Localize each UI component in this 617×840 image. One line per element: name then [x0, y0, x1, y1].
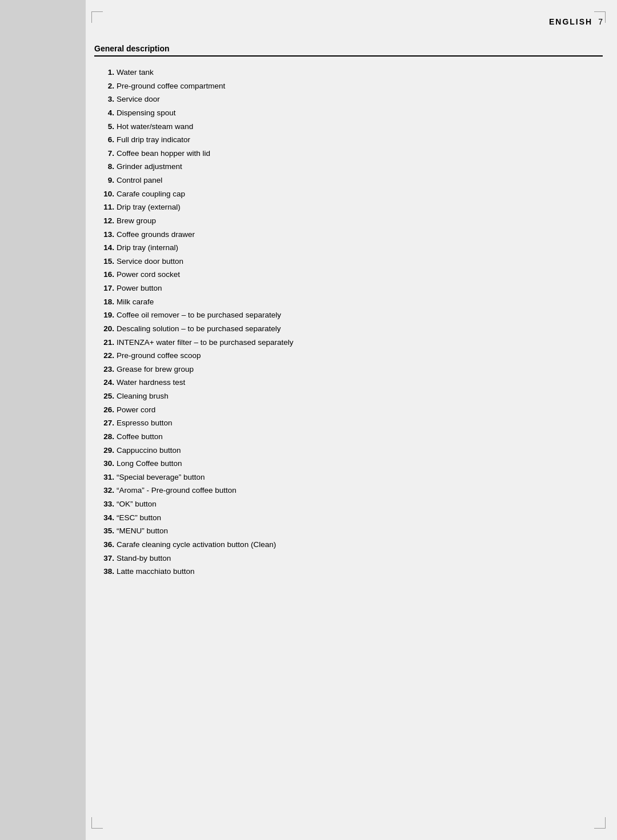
- item-text: Service door button: [117, 255, 603, 268]
- list-item: 5.Hot water/steam wand: [94, 120, 603, 134]
- list-item: 16.Power cord socket: [94, 268, 603, 282]
- list-item: 19.Coffee oil remover – to be purchased …: [94, 308, 603, 322]
- item-text: Carafe cleaning cycle activation button …: [117, 538, 603, 552]
- item-text: Full drip tray indicator: [117, 133, 603, 147]
- item-text: Carafe coupling cap: [117, 187, 603, 201]
- list-item: 18.Milk carafe: [94, 295, 603, 309]
- item-number: 8.: [94, 160, 114, 174]
- list-item: 6.Full drip tray indicator: [94, 133, 603, 147]
- item-text: Power cord: [117, 403, 603, 417]
- list-item: 33.“OK” button: [94, 497, 603, 511]
- item-number: 3.: [94, 93, 114, 106]
- item-number: 32.: [94, 484, 114, 497]
- item-text: “ESC” button: [117, 511, 603, 525]
- list-item: 3.Service door: [94, 93, 603, 106]
- item-number: 30.: [94, 457, 114, 471]
- page-wrapper: ENGLISH 7 General description 1.Water ta…: [0, 0, 617, 840]
- list-item: 1.Water tank: [94, 66, 603, 79]
- item-text: Cappuccino button: [117, 444, 603, 457]
- list-item: 4.Dispensing spout: [94, 106, 603, 120]
- list-item: 2.Pre-ground coffee compartment: [94, 79, 603, 93]
- list-item: 15.Service door button: [94, 255, 603, 268]
- item-text: Dispensing spout: [117, 106, 603, 120]
- item-number: 34.: [94, 511, 114, 525]
- left-sidebar: [0, 0, 86, 840]
- item-number: 38.: [94, 565, 114, 578]
- list-item: 32.“Aroma” - Pre-ground coffee button: [94, 484, 603, 497]
- item-number: 4.: [94, 106, 114, 120]
- list-item: 22.Pre-ground coffee scoop: [94, 349, 603, 363]
- item-text: Descaling solution – to be purchased sep…: [117, 322, 603, 336]
- item-number: 11.: [94, 200, 114, 214]
- item-number: 25.: [94, 389, 114, 403]
- item-number: 10.: [94, 187, 114, 201]
- item-text: Service door: [117, 93, 603, 106]
- list-item: 26.Power cord: [94, 403, 603, 417]
- section-title-wrapper: General description: [94, 43, 603, 60]
- item-text: Latte macchiato button: [117, 565, 603, 578]
- list-item: 8.Grinder adjustment: [94, 160, 603, 174]
- item-number: 14.: [94, 241, 114, 255]
- content-area: ENGLISH 7 General description 1.Water ta…: [94, 17, 603, 823]
- item-text: Pre-ground coffee scoop: [117, 349, 603, 363]
- item-number: 13.: [94, 228, 114, 242]
- item-text: Power button: [117, 282, 603, 295]
- list-item: 29.Cappuccino button: [94, 444, 603, 457]
- item-number: 1.: [94, 66, 114, 79]
- item-number: 2.: [94, 79, 114, 93]
- item-text: Water tank: [117, 66, 603, 79]
- item-text: Espresso button: [117, 416, 603, 430]
- item-number: 26.: [94, 403, 114, 417]
- header-row: ENGLISH 7: [94, 17, 603, 26]
- item-number: 27.: [94, 416, 114, 430]
- list-item: 35.“MENU” button: [94, 524, 603, 538]
- list-item: 31.“Special beverage” button: [94, 471, 603, 484]
- item-number: 33.: [94, 497, 114, 511]
- list-item: 34.“ESC” button: [94, 511, 603, 525]
- item-number: 18.: [94, 295, 114, 309]
- item-text: Grease for brew group: [117, 363, 603, 376]
- item-number: 37.: [94, 552, 114, 565]
- list-item: 36.Carafe cleaning cycle activation butt…: [94, 538, 603, 552]
- item-number: 6.: [94, 133, 114, 147]
- list-item: 37.Stand-by button: [94, 552, 603, 565]
- item-number: 16.: [94, 268, 114, 282]
- item-text: Drip tray (external): [117, 200, 603, 214]
- list-item: 24.Water hardness test: [94, 376, 603, 389]
- item-number: 19.: [94, 308, 114, 322]
- item-number: 12.: [94, 214, 114, 228]
- item-text: Cleaning brush: [117, 389, 603, 403]
- item-number: 23.: [94, 363, 114, 376]
- list-item: 14.Drip tray (internal): [94, 241, 603, 255]
- item-text: Long Coffee button: [117, 457, 603, 471]
- item-number: 21.: [94, 336, 114, 349]
- item-text: Coffee bean hopper with lid: [117, 147, 603, 160]
- list-item: 7.Coffee bean hopper with lid: [94, 147, 603, 160]
- item-number: 20.: [94, 322, 114, 336]
- item-text: Power cord socket: [117, 268, 603, 282]
- header-page-number: 7: [598, 17, 603, 26]
- list-item: 10.Carafe coupling cap: [94, 187, 603, 201]
- list-item: 13.Coffee grounds drawer: [94, 228, 603, 242]
- item-number: 15.: [94, 255, 114, 268]
- list-item: 38.Latte macchiato button: [94, 565, 603, 578]
- list-item: 9.Control panel: [94, 174, 603, 187]
- item-number: 28.: [94, 430, 114, 444]
- item-text: INTENZA+ water filter – to be purchased …: [117, 336, 603, 349]
- item-number: 17.: [94, 282, 114, 295]
- list-item: 12.Brew group: [94, 214, 603, 228]
- item-number: 22.: [94, 349, 114, 363]
- item-text: Pre-ground coffee compartment: [117, 79, 603, 93]
- items-list: 1.Water tank2.Pre-ground coffee compartm…: [94, 66, 603, 578]
- item-text: Coffee grounds drawer: [117, 228, 603, 242]
- list-item: 25.Cleaning brush: [94, 389, 603, 403]
- list-item: 17.Power button: [94, 282, 603, 295]
- item-text: Milk carafe: [117, 295, 603, 309]
- item-number: 9.: [94, 174, 114, 187]
- item-number: 5.: [94, 120, 114, 134]
- item-text: “Aroma” - Pre-ground coffee button: [117, 484, 603, 497]
- item-text: “OK” button: [117, 497, 603, 511]
- list-item: 30.Long Coffee button: [94, 457, 603, 471]
- item-text: Water hardness test: [117, 376, 603, 389]
- item-text: “MENU” button: [117, 524, 603, 538]
